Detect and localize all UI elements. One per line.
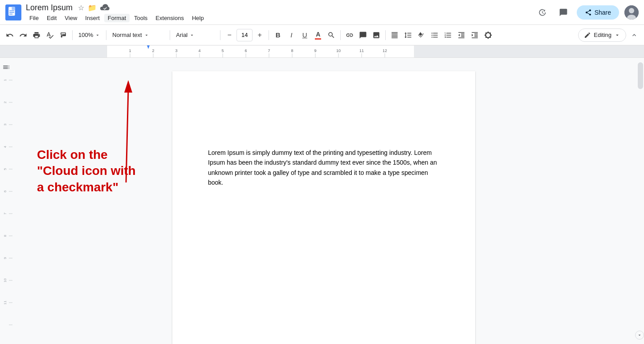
- highlight-button[interactable]: [325, 28, 338, 42]
- svg-text:11: 11: [359, 49, 364, 53]
- svg-text:5: 5: [3, 168, 7, 170]
- toolbar: 100% Normal text Arial − 14 + B I U A: [0, 25, 644, 45]
- docs-icon: [5, 4, 21, 20]
- svg-rect-10: [0, 45, 107, 58]
- svg-text:4: 4: [198, 49, 200, 53]
- line-spacing-button[interactable]: [402, 28, 414, 42]
- menu-row: File Edit View Insert Format Tools Exten…: [26, 14, 534, 22]
- svg-text:2: 2: [3, 101, 7, 103]
- spellcheck-button[interactable]: [44, 28, 56, 42]
- redo-button[interactable]: [17, 28, 29, 42]
- undo-button[interactable]: [4, 28, 16, 42]
- main-area: 1 2 3 4 5 6 7 8 9 10 11: [0, 58, 644, 344]
- collapse-button[interactable]: [628, 28, 640, 42]
- font-size-decrease-button[interactable]: −: [223, 28, 236, 42]
- page-content[interactable]: Lorem Ipsum is simply dummy text of the …: [208, 148, 440, 188]
- doc-title[interactable]: Lorem Ipsum: [26, 3, 73, 12]
- svg-text:7: 7: [3, 212, 7, 214]
- outline-icon[interactable]: [2, 63, 10, 73]
- share-label: Share: [595, 9, 611, 16]
- menu-insert[interactable]: Insert: [82, 14, 103, 22]
- paint-format-button[interactable]: [57, 28, 69, 42]
- title-right: Share: [534, 4, 639, 20]
- share-button[interactable]: Share: [577, 5, 619, 20]
- toolbar-right: Editing: [578, 28, 640, 42]
- checklist-button[interactable]: [415, 28, 428, 42]
- link-button[interactable]: [343, 28, 356, 42]
- zoom-select[interactable]: 100%: [75, 28, 103, 42]
- scrollbar-collapse[interactable]: [635, 331, 644, 340]
- svg-text:10: 10: [336, 49, 341, 53]
- editing-label: Editing: [594, 32, 611, 38]
- annotation-line1: Click on the: [37, 147, 136, 163]
- svg-text:11: 11: [3, 300, 7, 304]
- annotation-line3: a checkmark": [37, 179, 136, 195]
- history-button[interactable]: [534, 4, 550, 20]
- title-bar: Lorem Ipsum ☆ 📁 File Edit View Insert: [0, 0, 644, 25]
- scrollbar-thumb[interactable]: [638, 62, 643, 89]
- numbered-list-button[interactable]: [442, 28, 454, 42]
- svg-text:1: 1: [3, 79, 7, 81]
- svg-text:5: 5: [221, 49, 224, 53]
- font-size-display[interactable]: 14: [236, 29, 253, 41]
- svg-text:8: 8: [291, 49, 293, 53]
- menu-file[interactable]: File: [26, 14, 42, 22]
- folder-icon[interactable]: 📁: [88, 4, 97, 12]
- text-color-button[interactable]: A: [312, 28, 324, 42]
- svg-marker-63: [124, 80, 132, 93]
- comments-button[interactable]: [555, 4, 571, 20]
- italic-button[interactable]: I: [285, 28, 298, 42]
- bullet-list-button[interactable]: [428, 28, 441, 42]
- svg-text:9: 9: [314, 49, 316, 53]
- svg-text:8: 8: [3, 235, 7, 237]
- divider-3: [170, 30, 170, 40]
- menu-edit[interactable]: Edit: [43, 14, 60, 22]
- underline-button[interactable]: U: [298, 28, 311, 42]
- font-select[interactable]: Arial: [173, 28, 217, 42]
- svg-text:7: 7: [268, 49, 270, 53]
- menu-help[interactable]: Help: [188, 14, 208, 22]
- indent-increase-button[interactable]: [469, 28, 481, 42]
- document-page[interactable]: Lorem Ipsum is simply dummy text of the …: [172, 71, 475, 344]
- style-label: Normal text: [112, 32, 142, 38]
- content-area[interactable]: Click on the "Cloud icon with a checkmar…: [12, 58, 635, 344]
- star-icon[interactable]: ☆: [78, 4, 84, 12]
- menu-extensions[interactable]: Extensions: [152, 14, 187, 22]
- svg-text:1: 1: [129, 49, 131, 53]
- clear-formatting-button[interactable]: [482, 28, 494, 42]
- editing-mode-button[interactable]: Editing: [578, 28, 626, 42]
- comment-button[interactable]: [357, 28, 369, 42]
- document-text[interactable]: Lorem Ipsum is simply dummy text of the …: [208, 148, 440, 188]
- menu-view[interactable]: View: [61, 14, 81, 22]
- svg-text:6: 6: [245, 49, 247, 53]
- menu-tools[interactable]: Tools: [130, 14, 151, 22]
- scrollbar-right[interactable]: [635, 58, 644, 344]
- style-select[interactable]: Normal text: [109, 28, 167, 42]
- svg-text:2: 2: [152, 49, 154, 53]
- divider-7: [385, 30, 386, 40]
- svg-rect-2: [12, 7, 15, 10]
- menu-format[interactable]: Format: [104, 14, 130, 22]
- align-button[interactable]: [388, 28, 401, 42]
- user-avatar[interactable]: [624, 5, 639, 20]
- svg-line-62: [126, 89, 128, 182]
- svg-text:10: 10: [3, 278, 7, 282]
- font-size-increase-button[interactable]: +: [253, 28, 266, 42]
- svg-point-7: [629, 8, 634, 13]
- svg-text:9: 9: [3, 257, 7, 259]
- divider-2: [106, 30, 106, 40]
- annotation-arrow: [37, 67, 162, 200]
- sidebar-left: 1 2 3 4 5 6 7 8 9 10 11: [0, 58, 12, 344]
- font-label: Arial: [176, 32, 187, 38]
- image-button[interactable]: [370, 28, 383, 42]
- svg-text:3: 3: [3, 123, 7, 125]
- cloud-checkmark-icon[interactable]: [100, 3, 110, 13]
- svg-text:4: 4: [3, 146, 7, 148]
- ruler: 1 2 3 4 5 6 7 8 9 10 11 12: [0, 45, 644, 58]
- annotation-line2: "Cloud icon with: [37, 163, 136, 179]
- indent-decrease-button[interactable]: [455, 28, 468, 42]
- bold-button[interactable]: B: [272, 28, 284, 42]
- print-button[interactable]: [30, 28, 43, 42]
- svg-text:12: 12: [383, 49, 387, 53]
- divider-6: [340, 30, 341, 40]
